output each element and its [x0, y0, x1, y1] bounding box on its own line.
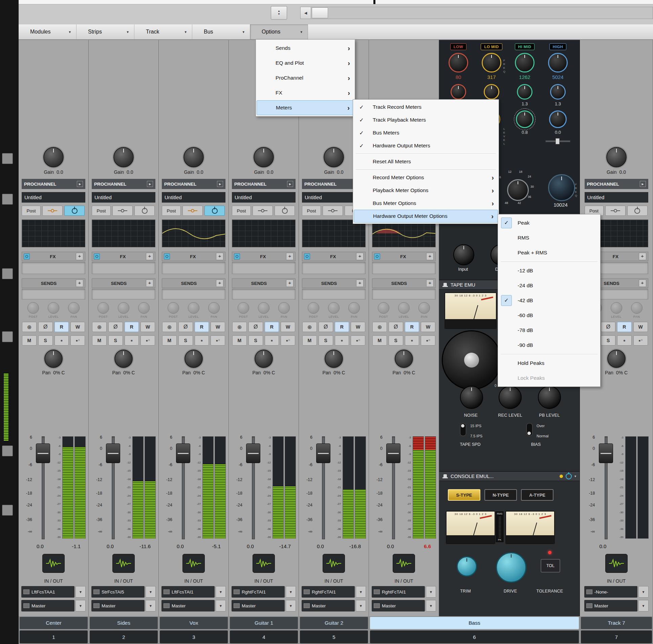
automation-write-button[interactable]: W [140, 322, 155, 332]
patch-point-button[interactable] [112, 206, 133, 216]
send-pan-knob[interactable] [418, 302, 430, 314]
eq-shape-fader-thumb[interactable] [556, 138, 560, 144]
menu-item[interactable]: ✓ -78 dB › [499, 323, 600, 338]
fx-power-icon[interactable] [94, 253, 100, 259]
console-type-a[interactable]: A-TYPE [521, 489, 553, 501]
record-arm-button[interactable]: ● [195, 335, 209, 346]
menu-item[interactable]: ✓ Track Playback Meters › [354, 113, 498, 126]
menu-item[interactable]: ✓ Reset All Meters › [354, 155, 498, 168]
automation-read-button[interactable]: R [195, 322, 209, 332]
menu-item[interactable]: ✓ › [499, 260, 600, 263]
volume-fader-track[interactable] [244, 435, 261, 541]
phase-button[interactable]: Ø [248, 322, 263, 332]
sends-list[interactable] [302, 289, 366, 299]
add-fx-button[interactable]: + [76, 253, 83, 260]
solo-button[interactable]: S [248, 335, 263, 346]
input-dropdown-button[interactable]: ▼ [426, 586, 436, 598]
post-button[interactable]: Post [302, 206, 321, 216]
rec-level-knob[interactable] [499, 386, 522, 409]
expand-icon[interactable]: ▶ [640, 181, 646, 187]
sends-list[interactable] [22, 289, 85, 299]
eq-band-freq-knob[interactable] [449, 53, 468, 72]
track-number[interactable]: 4 [230, 630, 298, 643]
send-level-knob[interactable] [328, 302, 340, 314]
waveform-preview-button[interactable] [605, 554, 628, 573]
input-field[interactable]: LftFcsTAI1 [161, 586, 215, 598]
track-name[interactable]: Center [20, 617, 88, 629]
bias-switch[interactable] [526, 423, 532, 436]
waveform-preview-button[interactable] [112, 554, 135, 573]
mute-button[interactable]: M [372, 335, 387, 346]
track-name[interactable]: Guitar 1 [230, 617, 298, 629]
send-post-knob[interactable] [378, 302, 389, 314]
menu-item[interactable]: ✓ Sends › [257, 41, 354, 56]
phase-button[interactable]: Ø [108, 322, 123, 332]
menu-item[interactable]: ✓ FX › [257, 85, 354, 100]
send-post-knob[interactable] [168, 302, 179, 314]
volume-fader[interactable] [106, 443, 120, 463]
eq-display[interactable] [162, 220, 225, 247]
output-field[interactable]: Master [91, 600, 145, 611]
input-dropdown-button[interactable]: ▼ [286, 586, 296, 598]
phase-button[interactable]: Ø [38, 322, 53, 332]
track-number-cell[interactable]: 3 [159, 630, 229, 644]
input-echo-button[interactable]: ●⁾⁾ [140, 335, 155, 346]
volume-fader[interactable] [316, 443, 330, 463]
add-fx-button[interactable]: + [146, 253, 153, 260]
eq-band-freq-knob[interactable] [515, 53, 535, 72]
fx-list[interactable] [92, 262, 155, 274]
add-fx-button[interactable]: + [286, 253, 293, 260]
menubar-item[interactable]: Options ▾ [250, 24, 308, 39]
track-name-cell[interactable]: Center [19, 616, 89, 630]
output-field[interactable]: Master [372, 600, 425, 611]
waveform-preview-button[interactable] [42, 554, 65, 573]
eq-band-button[interactable]: LO MID [481, 43, 502, 50]
pan-knob[interactable] [184, 350, 203, 368]
eq-band-freq-knob[interactable] [482, 53, 501, 72]
track-name[interactable]: Vox [160, 617, 228, 629]
tape-speed-switch[interactable] [460, 423, 466, 436]
solo-button[interactable]: S [38, 335, 53, 346]
module-power-icon[interactable] [566, 473, 572, 479]
post-button[interactable]: Post [92, 206, 111, 216]
send-level-knob[interactable] [188, 302, 199, 314]
solo-button[interactable]: S [319, 335, 333, 346]
output-dropdown-button[interactable]: ▼ [216, 600, 226, 611]
fx-power-icon[interactable] [304, 253, 310, 259]
collapse-icon[interactable]: ▾ [574, 474, 576, 478]
track-name[interactable]: Bass [370, 617, 579, 629]
fx-list[interactable] [22, 262, 85, 274]
interleave-button[interactable]: ⊕ [372, 322, 387, 332]
menu-item[interactable]: ✓ -60 dB › [499, 308, 600, 323]
track-number-cell[interactable]: 5 [299, 630, 369, 644]
menu-item[interactable]: ✓ Peak + RMS › [499, 245, 600, 260]
prochannel-power-button[interactable] [627, 206, 648, 216]
input-dropdown-button[interactable]: ▼ [146, 586, 156, 598]
eq-band-q-knob[interactable] [550, 84, 566, 100]
waveform-preview-button[interactable] [393, 554, 415, 573]
scroll-left-button[interactable]: ◀ [301, 7, 311, 19]
track-title[interactable]: Untitled [162, 192, 225, 203]
input-echo-button[interactable]: ●⁾⁾ [70, 335, 85, 346]
solo-button[interactable]: S [108, 335, 123, 346]
track-number-cell[interactable]: 2 [89, 630, 159, 644]
eq-band-button[interactable]: LOW [450, 43, 466, 50]
eq-band-level-knob[interactable] [549, 110, 567, 128]
automation-read-button[interactable]: R [265, 322, 279, 332]
menu-item[interactable]: ✓ RMS › [499, 230, 600, 245]
gain-knob[interactable] [113, 147, 134, 167]
send-level-knob[interactable] [258, 302, 269, 314]
menu-item[interactable]: ✓ › [354, 168, 498, 171]
fx-power-icon[interactable] [234, 253, 240, 259]
scrollbar-thumb[interactable] [312, 7, 328, 18]
post-button[interactable]: Post [232, 206, 251, 216]
fx-list[interactable] [232, 262, 296, 274]
phase-button[interactable]: Ø [319, 322, 333, 332]
input-echo-button[interactable]: ●⁾⁾ [633, 335, 648, 346]
track-name-cell[interactable]: Track 7 [580, 616, 653, 630]
eq-band-level-knob[interactable] [516, 110, 534, 128]
tolerance-button[interactable]: TOL [541, 559, 560, 573]
send-pan-knob[interactable] [208, 302, 220, 314]
patch-point-button[interactable] [323, 206, 343, 216]
menu-item[interactable]: ✓ Hardware Output Meters › [354, 139, 498, 152]
